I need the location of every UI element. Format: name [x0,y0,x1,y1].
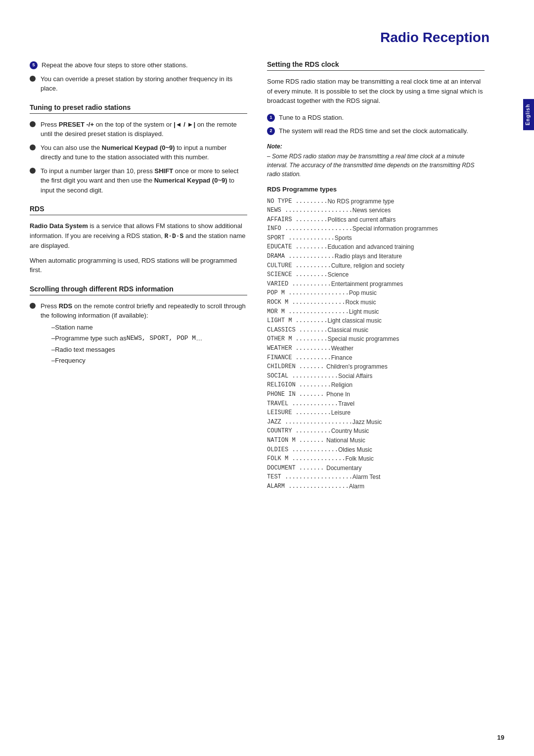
scrolling-content: Press RDS on the remote control briefly … [41,301,247,367]
step-5-number: 5 [30,61,38,69]
rds-type-row: MOR M ................. Light music [267,307,485,317]
rds-type-row: COUNTRY .......... Country Music [267,426,485,436]
sub-item-frequency: Frequency [51,356,247,366]
rds-desc: Radio plays and literature [335,252,402,261]
rds-type-row: POP M ................. Pop music [267,288,485,298]
rds-code: ALARM ................. [267,482,349,491]
rds-type-row: CHILDREN ....... Children's programmes [267,362,485,372]
rds-desc: Special information programmes [353,224,438,234]
rds-type-row: TRAVEL ............. Travel [267,399,485,409]
rds-code: POP M ................. [267,288,349,298]
rds-desc: Leisure [331,408,351,418]
rds-code: SPORT ............. [267,234,335,243]
rds-type-row: PHONE IN ....... Phone In [267,390,485,399]
rds-desc: Entertainment programmes [331,280,403,289]
rds-desc: Folk Music [345,454,373,464]
page-title: Radio Reception [30,30,504,46]
top-bullets: 5 Repeat the above four steps to store o… [30,60,247,94]
rds-desc: Children's programmes [326,362,388,372]
rds-desc: Finance [331,353,353,363]
rds-desc: Education and advanced training [327,242,414,252]
tuning-bullets: Press PRESET -/+ on the top of the syste… [30,120,247,195]
page-number: 19 [497,734,504,741]
rds-desc: Weather [331,344,354,353]
rds-code: TEST ................... [267,472,353,482]
rds-type-row: OLDIES ............. Oldies Music [267,445,485,455]
rds-code: JAZZ ................... [267,418,353,427]
rds-code: SCIENCE ......... [267,270,327,280]
step-1-item: 1 Tune to a RDS station. [267,113,485,123]
rds-auto-prog: When automatic programming is used, RDS … [30,256,247,275]
rds-code: EDUCATE ......... [267,242,327,252]
rds-code: NATION M ....... [267,436,326,445]
rds-type-row: SCIENCE ......... Science [267,270,485,280]
rds-section-heading: RDS [30,205,247,215]
rds-code: PHONE IN ....... [267,390,326,399]
rds-code: COUNTRY .......... [267,426,331,436]
rds-code: RELIGION ......... [267,380,331,390]
rds-desc: Politics and current affairs [327,215,396,225]
rds-desc: National Music [326,436,365,445]
rds-code: INFO ................... [267,224,353,234]
sub-item-radio-text: Radio text messages [51,345,247,355]
rds-intro-bold: Radio Data System [30,222,88,230]
bullet-circle-rds [30,303,36,309]
rds-type-row: NO TYPE ......... No RDS programme type [267,197,485,206]
tuning-bullet-1: Press PRESET -/+ on the top of the syste… [30,120,247,139]
rds-desc: Science [327,270,349,280]
tuning-section-heading: Tuning to preset radio stations [30,103,247,114]
rds-code: WEATHER .......... [267,344,331,353]
rds-code: FOLK M ............... [267,454,345,464]
rds-type-row: SOCIAL ............. Social Affairs [267,372,485,381]
rds-code: MOR M ................. [267,307,349,317]
scrolling-subheading: Scrolling through different RDS informat… [30,285,247,295]
rds-code: NO TYPE ......... [267,197,327,206]
rds-desc: Oldies Music [338,445,372,455]
rds-type-row: WEATHER .......... Weather [267,344,485,353]
rds-types-table: NO TYPE ......... No RDS programme typeN… [267,197,485,491]
rds-desc: Social Affairs [338,372,372,381]
rds-type-row: DOCUMENT ....... Documentary [267,464,485,473]
rds-type-row: AFFAIRS ......... Politics and current a… [267,215,485,225]
rds-code: CLASSICS ........ [267,326,327,335]
bullet-circle-override [30,76,36,82]
bullet-circle-3 [30,168,36,174]
rds-code: SOCIAL ............. [267,372,338,381]
step-2-text: The system will read the RDS time and se… [279,126,468,136]
step-1-text: Tune to a RDS station. [279,113,344,123]
step-1-number: 1 [267,114,275,122]
tuning-text-2: You can also use the Numerical Keypad (0… [41,143,247,162]
rds-desc: Travel [338,399,355,409]
rds-code: OTHER M ......... [267,334,327,344]
sub-item-station: Station name [51,323,247,332]
step-5-text: Repeat the above four steps to store oth… [42,60,188,70]
rds-type-row: CLASSICS ........ Classical music [267,326,485,335]
rds-type-row: LIGHT M ......... Light classical music [267,316,485,326]
rds-desc: News services [353,206,391,215]
rds-desc: Classical music [327,326,368,335]
bullet-circle-2 [30,144,36,150]
rds-desc: No RDS programme type [327,197,394,206]
rds-code: AFFAIRS ......... [267,215,327,225]
rds-desc: Rock music [345,298,376,307]
rds-type-row: NEWS ................... News services [267,206,485,215]
note-label: Note: [267,143,485,150]
rds-button-label: RDS [59,302,72,310]
rds-type-row: FOLK M ............... Folk Music [267,454,485,464]
rds-desc: Sports [335,234,352,243]
tuning-text-3: To input a number larger than 10, press … [41,166,247,195]
rds-desc: Religion [331,380,353,390]
rds-code: DRAMA ............. [267,252,335,261]
rds-type-row: EDUCATE ......... Education and advanced… [267,242,485,252]
rds-desc: Phone In [326,390,350,399]
rds-desc: Country Music [331,426,369,436]
rds-type-row: CULTURE .......... Culture, religion and… [267,261,485,271]
rds-types-heading: RDS Programme types [267,186,485,193]
right-column: Setting the RDS clock Some RDS radio sta… [267,60,485,491]
step-2-number: 2 [267,127,275,135]
tuning-text-1: Press PRESET -/+ on the top of the syste… [41,120,247,139]
rds-desc: Jazz Music [353,418,382,427]
override-item: You can override a preset station by sto… [30,74,247,94]
rds-type-row: JAZZ ................... Jazz Music [267,418,485,427]
rds-type-row: NATION M ....... National Music [267,436,485,445]
